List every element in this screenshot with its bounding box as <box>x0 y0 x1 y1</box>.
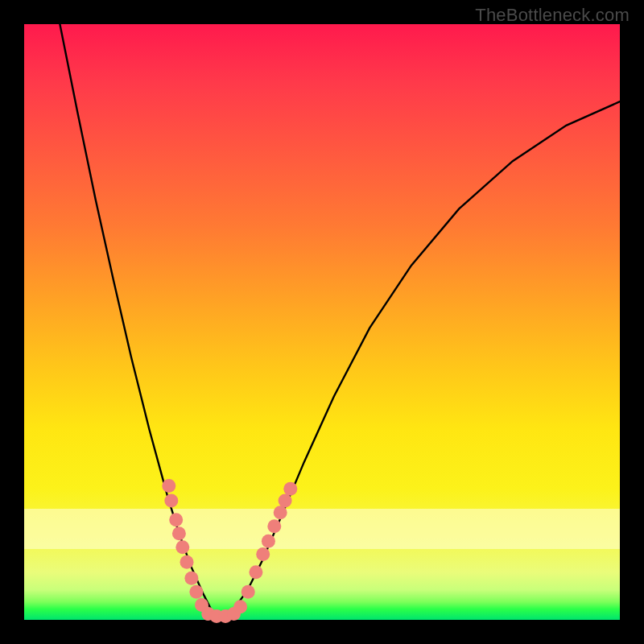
data-marker <box>242 585 255 599</box>
marker-group <box>162 479 297 623</box>
data-marker <box>274 506 287 519</box>
data-marker <box>162 479 175 493</box>
data-marker <box>189 585 203 599</box>
watermark-text: TheBottleneck.com <box>475 5 630 26</box>
data-marker <box>249 565 262 579</box>
data-marker <box>267 519 281 533</box>
data-marker <box>164 494 178 508</box>
data-marker <box>175 540 189 554</box>
data-marker <box>233 600 247 613</box>
data-marker <box>184 572 198 585</box>
data-marker <box>283 482 297 496</box>
data-marker <box>169 513 183 526</box>
data-marker <box>172 526 186 540</box>
data-marker <box>256 547 270 561</box>
chart-svg <box>24 24 620 620</box>
data-marker <box>279 494 292 508</box>
bottleneck-curve <box>60 24 620 617</box>
chart-frame: TheBottleneck.com <box>0 0 644 644</box>
data-marker <box>180 555 194 569</box>
data-marker <box>262 535 275 548</box>
